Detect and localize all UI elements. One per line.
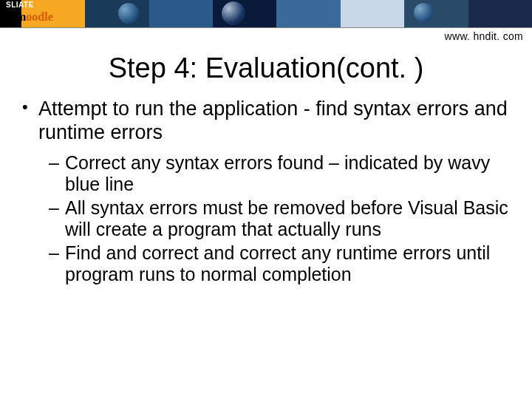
bullet-list-level2: Correct any syntax errors found – indica… <box>49 152 511 286</box>
banner-decor <box>0 0 532 27</box>
bullet-level2: Correct any syntax errors found – indica… <box>49 152 511 196</box>
logo-sliate-text: SLIATE <box>6 1 34 9</box>
url-text: www. hndit. com <box>0 28 532 42</box>
bullet-level1: Attempt to run the application - find sy… <box>21 98 511 286</box>
header-banner: SLIATE moodle <box>0 0 532 28</box>
bullet-level2: Find and correct and correct any runtime… <box>49 242 511 286</box>
bullet-text: Attempt to run the application - find sy… <box>38 98 508 143</box>
logo-moodle-text: moodle <box>16 10 53 24</box>
bullet-level2: All syntax errors must be removed before… <box>49 197 511 241</box>
slide-content: Attempt to run the application - find sy… <box>0 84 532 286</box>
bullet-list-level1: Attempt to run the application - find sy… <box>21 98 511 286</box>
slide-title: Step 4: Evaluation(cont. ) <box>0 52 532 84</box>
